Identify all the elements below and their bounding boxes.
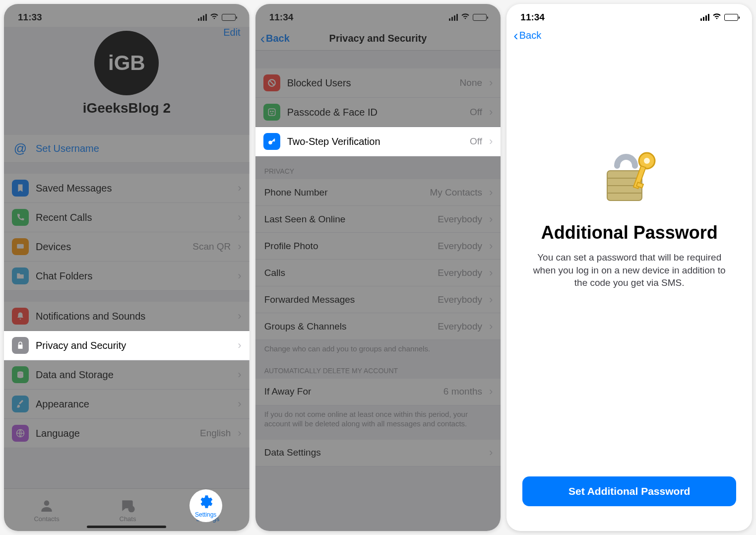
svg-point-11 xyxy=(272,111,273,112)
row-label: If Away For xyxy=(264,386,437,397)
forwarded-row[interactable]: Forwarded Messages Everybody › xyxy=(255,286,501,313)
row-value: 6 months xyxy=(443,386,482,397)
privacy-security-row[interactable]: Privacy and Security › xyxy=(4,331,250,360)
status-icons xyxy=(449,13,487,22)
faceid-icon xyxy=(263,104,280,121)
brush-icon xyxy=(12,396,29,412)
recent-calls-row[interactable]: Recent Calls › xyxy=(4,203,250,232)
privacy-screen: 11:34 ‹ Back Privacy and Security Blocke… xyxy=(255,4,501,531)
calls-row[interactable]: Calls Everybody › xyxy=(255,260,501,286)
profile-photo-row[interactable]: Profile Photo Everybody › xyxy=(255,233,501,260)
edit-button[interactable]: Edit xyxy=(223,27,240,38)
status-time: 11:33 xyxy=(18,12,42,23)
phone-icon xyxy=(12,209,29,226)
set-password-button[interactable]: Set Additional Password xyxy=(522,476,736,506)
wifi-icon xyxy=(712,13,721,22)
status-icons xyxy=(700,13,738,22)
devices-row[interactable]: Devices Scan QR › xyxy=(4,232,250,262)
chevron-right-icon: › xyxy=(238,182,241,195)
lock-key-illustration xyxy=(592,146,667,212)
cell-signal-icon xyxy=(700,14,709,21)
svg-point-4 xyxy=(128,506,135,512)
folder-icon xyxy=(12,268,29,284)
chevron-right-icon: › xyxy=(238,398,241,410)
appearance-row[interactable]: Appearance › xyxy=(4,390,250,419)
row-label: Data and Storage xyxy=(36,369,231,381)
row-value: Everybody xyxy=(438,321,482,332)
svg-point-3 xyxy=(44,500,50,506)
profile-name: iGeeksBlog 2 xyxy=(4,100,250,116)
lastseen-row[interactable]: Last Seen & Online Everybody › xyxy=(255,206,501,233)
chevron-left-icon: ‹ xyxy=(260,34,265,44)
row-label: Saved Messages xyxy=(36,183,231,194)
row-value: Off xyxy=(470,107,482,118)
delete-section-header: AUTOMATICALLY DELETE MY ACCOUNT xyxy=(255,356,501,379)
key-icon xyxy=(263,133,280,150)
away-row[interactable]: If Away For 6 months › xyxy=(255,379,501,405)
row-value: Everybody xyxy=(438,214,482,225)
page-description: You can set a password that will be requ… xyxy=(522,251,736,289)
row-label: Groups & Channels xyxy=(264,321,431,332)
chevron-right-icon: › xyxy=(238,310,241,323)
back-button[interactable]: ‹ Back xyxy=(260,33,290,44)
at-icon: @ xyxy=(12,141,29,156)
tab-contacts[interactable]: Contacts xyxy=(34,498,59,523)
passcode-row[interactable]: Passcode & Face ID Off › xyxy=(255,98,501,127)
saved-messages-row[interactable]: Saved Messages › xyxy=(4,174,250,203)
row-label: Phone Number xyxy=(264,187,423,198)
bell-icon xyxy=(12,308,29,325)
settings-highlight[interactable]: Settings xyxy=(189,489,222,522)
home-indicator[interactable] xyxy=(87,526,166,528)
avatar[interactable]: iGB xyxy=(94,31,159,95)
tab-label: Contacts xyxy=(34,515,59,523)
chevron-right-icon: › xyxy=(489,213,493,226)
svg-rect-9 xyxy=(268,109,275,116)
tab-label: Chats xyxy=(120,515,136,523)
chevron-right-icon: › xyxy=(489,106,493,119)
page-title: Additional Password xyxy=(541,222,718,243)
notifications-row[interactable]: Notifications and Sounds › xyxy=(4,302,250,331)
battery-icon xyxy=(222,14,236,21)
chevron-right-icon: › xyxy=(238,240,241,253)
chevron-right-icon: › xyxy=(238,269,241,282)
blocked-icon xyxy=(263,74,280,91)
svg-rect-0 xyxy=(17,244,24,249)
row-value: English xyxy=(200,428,231,439)
devices-icon xyxy=(12,238,29,255)
svg-point-18 xyxy=(644,158,650,164)
data-settings-row[interactable]: Data Settings › xyxy=(255,440,501,467)
profile-header: Edit iGB iGeeksBlog 2 xyxy=(4,27,250,124)
row-value: Off xyxy=(470,136,482,147)
two-step-row[interactable]: Two-Step Verification Off › xyxy=(255,127,501,156)
row-label: Blocked Users xyxy=(287,77,453,89)
svg-line-8 xyxy=(269,81,274,85)
additional-password-screen: 11:34 ‹ Back xyxy=(506,4,752,531)
groups-row[interactable]: Groups & Channels Everybody › xyxy=(255,313,501,340)
status-time: 11:34 xyxy=(269,12,294,23)
set-username-row[interactable]: @ Set Username xyxy=(4,135,250,163)
settings-screen: 11:33 Edit iGB iGeeksBlog 2 @ Set Userna… xyxy=(4,4,250,531)
back-button[interactable]: ‹ Back xyxy=(513,30,541,41)
chevron-right-icon: › xyxy=(238,368,241,381)
nav-title: Privacy and Security xyxy=(329,33,427,44)
cell-signal-icon xyxy=(198,14,207,21)
row-value: None xyxy=(460,77,482,88)
row-label: Recent Calls xyxy=(36,212,231,223)
privacy-section-header: PRIVACY xyxy=(255,156,501,179)
row-label: Forwarded Messages xyxy=(264,294,431,305)
phone-number-row[interactable]: Phone Number My Contacts › xyxy=(255,179,501,206)
status-bar: 11:33 xyxy=(4,4,250,27)
tab-label: Settings xyxy=(195,511,216,518)
data-storage-row[interactable]: Data and Storage › xyxy=(4,360,250,390)
chevron-right-icon: › xyxy=(489,267,493,279)
tab-chats[interactable]: Chats xyxy=(120,498,136,523)
wifi-icon xyxy=(461,13,470,22)
blocked-users-row[interactable]: Blocked Users None › xyxy=(255,68,501,98)
chevron-right-icon: › xyxy=(489,135,493,148)
row-label: Passcode & Face ID xyxy=(287,107,463,118)
bookmark-icon xyxy=(12,180,29,197)
language-row[interactable]: Language English › xyxy=(4,419,250,448)
chat-folders-row[interactable]: Chat Folders › xyxy=(4,262,250,291)
globe-icon xyxy=(12,425,29,442)
nav-bar: ‹ Back Privacy and Security xyxy=(255,27,501,51)
